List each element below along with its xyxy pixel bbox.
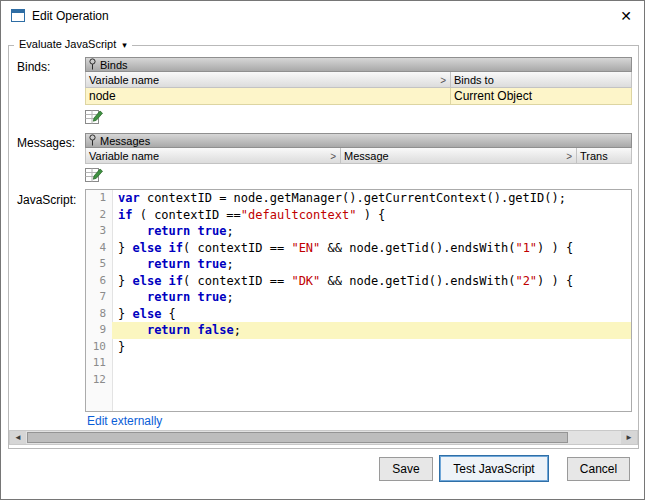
- code-line-3[interactable]: 3 return true;: [86, 223, 631, 240]
- code-line-4[interactable]: 4} else if( contextID == "EN" && node.ge…: [86, 240, 631, 257]
- line-number: 4: [86, 240, 112, 257]
- bind-target-cell[interactable]: Current Object: [451, 88, 632, 105]
- line-number: 9: [86, 322, 112, 339]
- code-text: } else {: [112, 306, 631, 323]
- code-text: return true;: [112, 289, 631, 306]
- edit-externally-link[interactable]: Edit externally: [87, 414, 162, 428]
- code-line-10[interactable]: 10}: [86, 339, 631, 356]
- code-line-2[interactable]: 2if ( contextID =="defaultcontext" ) {: [86, 207, 631, 224]
- test-javascript-button[interactable]: Test JavaScript: [439, 455, 549, 482]
- bind-variable-cell[interactable]: node: [85, 88, 451, 105]
- column-label: Binds to: [454, 74, 494, 86]
- binds-table-header[interactable]: Binds: [85, 57, 632, 72]
- code-text: if ( contextID =="defaultcontext" ) {: [112, 207, 631, 224]
- code-text: return true;: [112, 223, 631, 240]
- chevron-down-icon: ▾: [122, 40, 127, 50]
- column-header-transform[interactable]: Trans: [577, 148, 632, 164]
- line-number: 3: [86, 223, 112, 240]
- code-line-9[interactable]: 9 return false;: [86, 322, 631, 339]
- horizontal-scrollbar[interactable]: ◄ ►: [9, 430, 638, 445]
- line-number: 5: [86, 256, 112, 273]
- window-title: Edit Operation: [32, 9, 109, 23]
- pin-icon: [88, 134, 97, 148]
- code-text: return true;: [112, 256, 631, 273]
- line-number: 7: [86, 289, 112, 306]
- column-label: Message: [344, 150, 389, 162]
- binds-column-headers: Variable name > Binds to: [85, 72, 632, 88]
- code-text: [112, 355, 631, 372]
- code-line-8[interactable]: 8} else {: [86, 306, 631, 323]
- binds-label: Binds:: [17, 60, 50, 74]
- code-line-7[interactable]: 7 return true;: [86, 289, 631, 306]
- line-number: 6: [86, 273, 112, 290]
- table-edit-icon: [85, 108, 104, 125]
- column-header-message[interactable]: Message >: [341, 148, 577, 164]
- code-line-11[interactable]: 11: [86, 355, 631, 372]
- code-text: var contextID = node.getManager().getCur…: [112, 190, 631, 207]
- code-lines: 1var contextID = node.getManager().getCu…: [86, 190, 631, 388]
- column-label: Variable name: [89, 74, 159, 86]
- column-header-binds-to[interactable]: Binds to: [451, 72, 632, 88]
- code-text: }: [112, 339, 631, 356]
- edit-operation-dialog: Edit Operation ✕ Evaluate JavaScript ▾ B…: [0, 0, 645, 500]
- messages-table-title: Messages: [100, 135, 150, 147]
- code-line-1[interactable]: 1var contextID = node.getManager().getCu…: [86, 190, 631, 207]
- table-edit-icon: [85, 166, 104, 183]
- code-line-6[interactable]: 6} else if( contextID == "DK" && node.ge…: [86, 273, 631, 290]
- line-number: 2: [86, 207, 112, 224]
- close-button[interactable]: ✕: [620, 7, 632, 25]
- column-label: Variable name: [89, 150, 159, 162]
- column-header-variable-name[interactable]: Variable name >: [85, 148, 341, 164]
- code-text: return false;: [112, 322, 631, 339]
- code-line-12[interactable]: 12: [86, 372, 631, 389]
- column-chevron-icon: >: [566, 151, 572, 162]
- scroll-left-arrow-icon[interactable]: ◄: [10, 431, 26, 444]
- save-button[interactable]: Save: [379, 457, 433, 481]
- javascript-label: JavaScript:: [17, 193, 76, 207]
- cancel-button[interactable]: Cancel: [567, 457, 630, 481]
- titlebar: Edit Operation ✕: [1, 1, 644, 31]
- pin-icon: [88, 58, 97, 72]
- code-line-5[interactable]: 5 return true;: [86, 256, 631, 273]
- javascript-editor[interactable]: 1var contextID = node.getManager().getCu…: [85, 189, 632, 412]
- code-text: [112, 372, 631, 389]
- binds-table-row[interactable]: node Current Object: [85, 88, 632, 105]
- window-icon: [11, 9, 25, 22]
- column-label: Trans: [580, 150, 608, 162]
- messages-label: Messages:: [17, 136, 75, 150]
- line-number: 12: [86, 372, 112, 389]
- line-number: 11: [86, 355, 112, 372]
- messages-table-header[interactable]: Messages: [85, 133, 632, 148]
- code-text: } else if( contextID == "EN" && node.get…: [112, 240, 631, 257]
- operation-type-selector[interactable]: Evaluate JavaScript ▾: [14, 38, 132, 50]
- messages-column-headers: Variable name > Message > Trans: [85, 148, 632, 164]
- scrollbar-track[interactable]: [26, 431, 621, 444]
- code-text: } else if( contextID == "DK" && node.get…: [112, 273, 631, 290]
- scroll-right-arrow-icon[interactable]: ►: [621, 431, 637, 444]
- binds-table: Binds Variable name > Binds to node Curr…: [85, 57, 632, 105]
- line-number: 1: [86, 190, 112, 207]
- edit-binds-button[interactable]: [85, 108, 104, 125]
- column-chevron-icon: >: [440, 75, 446, 86]
- scrollbar-thumb[interactable]: [27, 432, 568, 443]
- messages-table: Messages Variable name > Message > Trans: [85, 133, 632, 164]
- operation-type-label: Evaluate JavaScript: [19, 38, 116, 50]
- line-number: 8: [86, 306, 112, 323]
- binds-table-title: Binds: [100, 59, 128, 71]
- line-number: 10: [86, 339, 112, 356]
- edit-messages-button[interactable]: [85, 166, 104, 183]
- column-header-variable-name[interactable]: Variable name >: [85, 72, 451, 88]
- column-chevron-icon: >: [330, 151, 336, 162]
